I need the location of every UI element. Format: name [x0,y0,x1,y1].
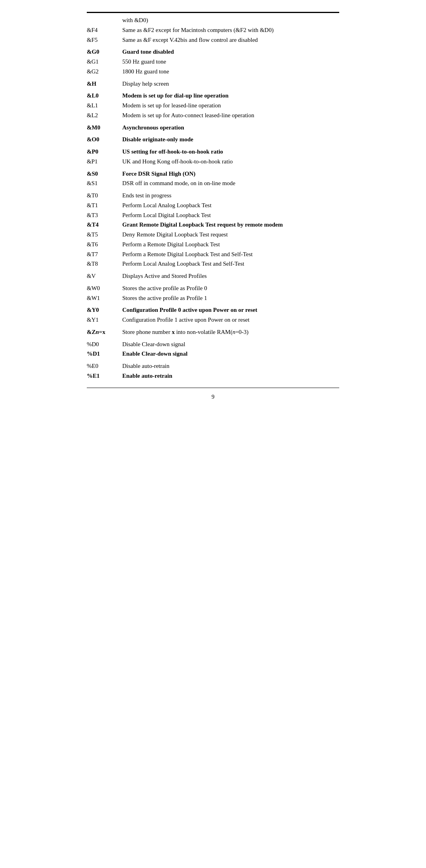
desc-y1: Configuration Profile 1 active upon Powe… [122,316,339,324]
desc-l0: Modem is set up for dial-up line operati… [122,92,339,100]
row-l0: &L0 Modem is set up for dial-up line ope… [87,92,339,100]
row-f3-cont: with &D0) [87,16,339,25]
row-t5: &T5 Deny Remote Digital Loopback Test re… [87,231,339,239]
cmd-t0: &T0 [87,191,122,200]
row-f5: &F5 Same as &F except V.42bis and flow c… [87,36,339,45]
desc-t5: Deny Remote Digital Loopback Test reques… [122,231,339,239]
cmd-g0: &G0 [87,48,122,56]
desc-f4: Same as &F2 except for Macintosh compute… [122,26,339,35]
row-p0: &P0 US setting for off-hook-to-on-hook r… [87,148,339,156]
desc-f3-cont: with &D0) [122,16,339,25]
cmd-g2: &G2 [87,67,122,76]
cmd-p1: &P1 [87,157,122,166]
row-l2: &L2 Modem is set up for Auto-connect lea… [87,111,339,120]
row-o0: &O0 Disable originate-only mode [87,135,339,144]
cmd-t1: &T1 [87,201,122,210]
cmd-pe1: %E1 [87,372,122,381]
page-number: 9 [87,394,339,400]
cmd-pd0: %D0 [87,340,122,349]
desc-t3: Perform Local Digital Loopback Test [122,211,339,220]
row-pe1: %E1 Enable auto-retrain [87,372,339,381]
desc-l2: Modem is set up for Auto-connect leased-… [122,111,339,120]
row-y1: &Y1 Configuration Profile 1 active upon … [87,316,339,324]
desc-p0: US setting for off-hook-to-on-hook ratio [122,148,339,156]
cmd-o0: &O0 [87,135,122,144]
row-w1: &W1 Stores the active profile as Profile… [87,294,339,303]
desc-t0: Ends test in progress [122,191,339,200]
row-s1: &S1 DSR off in command mode, on in on-li… [87,179,339,188]
row-w0: &W0 Stores the active profile as Profile… [87,284,339,293]
desc-g1: 550 Hz guard tone [122,58,339,66]
desc-t8: Perform Local Analog Loopback Test and S… [122,260,339,268]
desc-s1: DSR off in command mode, on in on-line m… [122,179,339,188]
cmd-p0: &P0 [87,148,122,156]
cmd-s1: &S1 [87,179,122,188]
row-y0: &Y0 Configuration Profile 0 active upon … [87,306,339,315]
row-g1: &G1 550 Hz guard tone [87,58,339,66]
desc-pd1: Enable Clear-down signal [122,350,339,358]
row-p1: &P1 UK and Hong Kong off-hook-to-on-hook… [87,157,339,166]
desc-g0: Guard tone disabled [122,48,339,56]
desc-t6: Perform a Remote Digital Loopback Test [122,240,339,249]
cmd-t3: &T3 [87,211,122,220]
row-g2: &G2 1800 Hz guard tone [87,67,339,76]
desc-pe1: Enable auto-retrain [122,372,339,381]
cmd-t4: &T4 [87,221,122,229]
row-h: &H Display help screen [87,80,339,88]
cmd-s0: &S0 [87,170,122,178]
desc-m0: Asynchronous operation [122,124,339,132]
desc-s0: Force DSR Signal High (ON) [122,170,339,178]
row-f4: &F4 Same as &F2 except for Macintosh com… [87,26,339,35]
row-t0: &T0 Ends test in progress [87,191,339,200]
row-t3: &T3 Perform Local Digital Loopback Test [87,211,339,220]
desc-zn: Store phone number x into non-volatile R… [122,328,339,337]
bottom-rule [87,388,339,388]
cmd-t6: &T6 [87,240,122,249]
row-t7: &T7 Perform a Remote Digital Loopback Te… [87,250,339,259]
row-v: &V Displays Active and Stored Profiles [87,272,339,281]
row-t4: &T4 Grant Remote Digital Loopback Test r… [87,221,339,229]
row-t8: &T8 Perform Local Analog Loopback Test a… [87,260,339,268]
cmd-y1: &Y1 [87,316,122,324]
desc-v: Displays Active and Stored Profiles [122,272,339,281]
cmd-w1: &W1 [87,294,122,303]
desc-pe0: Disable auto-retrain [122,362,339,371]
cmd-zn: &Zn=x [87,328,122,337]
desc-t4: Grant Remote Digital Loopback Test reque… [122,221,339,229]
cmd-h: &H [87,80,122,88]
content-area: with &D0) &F4 Same as &F2 except for Mac… [87,13,339,381]
row-pd0: %D0 Disable Clear-down signal [87,340,339,349]
desc-p1: UK and Hong Kong off-hook-to-on-hook rat… [122,157,339,166]
desc-t1: Perform Local Analog Loopback Test [122,201,339,210]
row-pe0: %E0 Disable auto-retrain [87,362,339,371]
desc-g2: 1800 Hz guard tone [122,67,339,76]
cmd-t8: &T8 [87,260,122,268]
desc-l1: Modem is set up for leased-line operatio… [122,101,339,110]
row-l1: &L1 Modem is set up for leased-line oper… [87,101,339,110]
cmd-l0: &L0 [87,92,122,100]
desc-h: Display help screen [122,80,339,88]
desc-w1: Stores the active profile as Profile 1 [122,294,339,303]
cmd-m0: &M0 [87,124,122,132]
cmd-g1: &G1 [87,58,122,66]
row-t1: &T1 Perform Local Analog Loopback Test [87,201,339,210]
row-pd1: %D1 Enable Clear-down signal [87,350,339,358]
cmd-l2: &L2 [87,111,122,120]
cmd-f5: &F5 [87,36,122,45]
desc-t7: Perform a Remote Digital Loopback Test a… [122,250,339,259]
row-g0: &G0 Guard tone disabled [87,48,339,56]
desc-y0: Configuration Profile 0 active upon Powe… [122,306,339,315]
row-zn: &Zn=x Store phone number x into non-vola… [87,328,339,337]
cmd-pd1: %D1 [87,350,122,358]
row-t6: &T6 Perform a Remote Digital Loopback Te… [87,240,339,249]
cmd-w0: &W0 [87,284,122,293]
cmd-pe0: %E0 [87,362,122,371]
cmd-t7: &T7 [87,250,122,259]
cmd-l1: &L1 [87,101,122,110]
row-s0: &S0 Force DSR Signal High (ON) [87,170,339,178]
cmd-f3-cont [87,16,122,25]
desc-o0: Disable originate-only mode [122,135,339,144]
cmd-y0: &Y0 [87,306,122,315]
desc-pd0: Disable Clear-down signal [122,340,339,349]
row-m0: &M0 Asynchronous operation [87,124,339,132]
